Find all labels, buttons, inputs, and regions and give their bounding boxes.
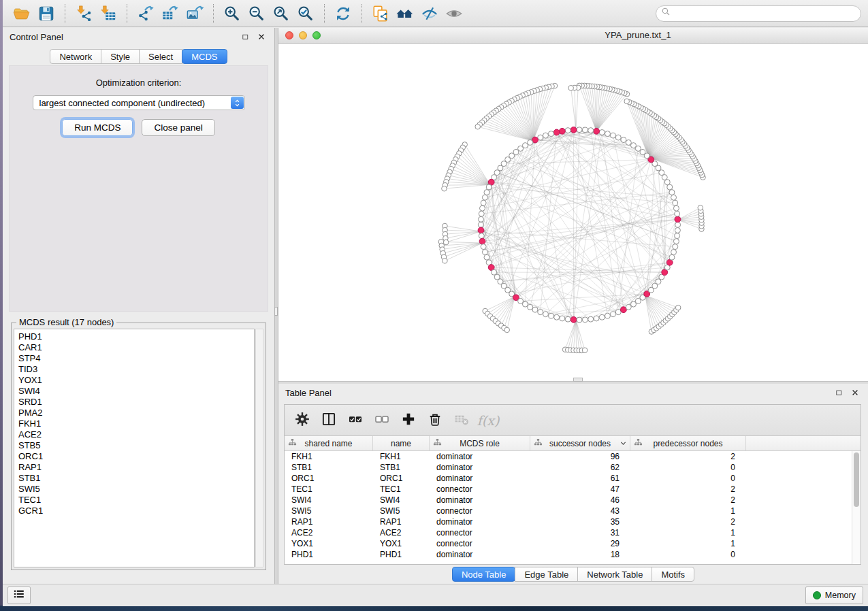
table-row[interactable]: FKH1FKH1dominator962 — [285, 451, 861, 462]
network-node[interactable] — [673, 239, 679, 244]
network-node[interactable] — [480, 205, 485, 211]
tab-motifs[interactable]: Motifs — [652, 567, 694, 582]
network-node[interactable] — [671, 195, 677, 200]
network-node[interactable] — [605, 131, 610, 137]
network-node[interactable] — [479, 216, 484, 222]
network-node[interactable] — [626, 304, 631, 310]
search-input[interactable] — [671, 7, 856, 19]
network-node[interactable] — [560, 316, 565, 321]
panel-menu-button[interactable] — [7, 587, 31, 604]
first-neighbors-button[interactable] — [393, 3, 417, 24]
mcds-node[interactable] — [675, 216, 681, 222]
network-node[interactable] — [548, 131, 553, 137]
network-leaf-node[interactable] — [675, 305, 681, 310]
network-node[interactable] — [630, 301, 636, 307]
mcds-result-item[interactable]: STB5 — [18, 440, 254, 451]
network-node[interactable] — [673, 244, 678, 250]
mcds-result-item[interactable]: ACE2 — [18, 429, 254, 440]
zoom-in-button[interactable] — [220, 3, 244, 24]
network-node[interactable] — [577, 317, 582, 323]
import-table-button[interactable] — [96, 3, 120, 24]
network-node[interactable] — [543, 133, 548, 138]
mcds-node[interactable] — [570, 127, 577, 133]
export-network-button[interactable] — [133, 3, 158, 24]
float-icon[interactable] — [833, 386, 845, 399]
network-node[interactable] — [615, 310, 621, 315]
mcds-result-item[interactable]: TID3 — [18, 364, 254, 375]
network-node[interactable] — [565, 128, 570, 133]
mcds-result-item[interactable]: TEC1 — [18, 495, 254, 506]
tab-mcds[interactable]: MCDS — [182, 49, 227, 64]
column-header-name[interactable]: name — [373, 436, 430, 450]
network-node[interactable] — [615, 135, 621, 140]
mcds-result-item[interactable]: SWI5 — [18, 484, 254, 495]
mcds-result-item[interactable]: RAP1 — [18, 462, 254, 473]
close-icon[interactable] — [255, 31, 268, 43]
network-node[interactable] — [582, 127, 588, 133]
network-node[interactable] — [673, 200, 678, 205]
tab-style[interactable]: Style — [101, 49, 140, 64]
table-row[interactable]: STB1STB1dominator620 — [285, 462, 861, 473]
show-columns-button[interactable] — [319, 411, 338, 430]
table-row[interactable]: SWI4SWI4dominator462 — [285, 495, 861, 506]
network-node[interactable] — [675, 222, 681, 227]
network-node[interactable] — [675, 233, 680, 239]
mcds-node[interactable] — [478, 227, 484, 233]
mcds-result-item[interactable]: STB1 — [18, 473, 254, 484]
network-node[interactable] — [671, 249, 677, 254]
network-node[interactable] — [482, 249, 487, 254]
window-minimize-button[interactable] — [299, 31, 307, 39]
network-leaf-node[interactable] — [582, 348, 588, 353]
refresh-button[interactable] — [331, 3, 355, 24]
network-node[interactable] — [630, 143, 636, 148]
network-node[interactable] — [605, 313, 610, 318]
table-row[interactable]: TEC1TEC1connector472 — [285, 484, 861, 495]
network-node[interactable] — [582, 317, 588, 323]
network-node[interactable] — [599, 130, 605, 135]
table-options-button[interactable] — [293, 411, 312, 430]
mcds-result-item[interactable]: SRD1 — [18, 397, 254, 408]
network-node[interactable] — [621, 137, 626, 143]
network-leaf-node[interactable] — [624, 99, 630, 104]
table-row[interactable]: ORC1ORC1dominator610 — [285, 473, 861, 484]
table-row[interactable]: YOX1YOX1connector291 — [285, 538, 861, 549]
network-window-titlebar[interactable]: YPA_prune.txt_1 — [278, 28, 868, 44]
network-node[interactable] — [599, 314, 605, 320]
network-node[interactable] — [479, 233, 484, 239]
network-node[interactable] — [538, 135, 543, 140]
network-node[interactable] — [577, 127, 582, 133]
tab-node-table[interactable]: Node Table — [452, 567, 516, 582]
mcds-result-item[interactable]: CAR1 — [18, 342, 254, 353]
search-box[interactable] — [656, 5, 861, 22]
delete-columns-button[interactable] — [425, 411, 445, 430]
network-leaf-node[interactable] — [443, 240, 449, 245]
network-node[interactable] — [481, 200, 486, 205]
mcds-result-item[interactable]: PHD1 — [18, 331, 254, 342]
add-column-button[interactable] — [399, 411, 418, 430]
network-node[interactable] — [484, 254, 489, 260]
mcds-result-item[interactable]: YOX1 — [18, 375, 254, 386]
network-node[interactable] — [543, 312, 548, 317]
memory-button[interactable]: Memory — [805, 587, 863, 604]
mcds-result-item[interactable]: PMA2 — [18, 408, 254, 418]
network-leaf-node[interactable] — [442, 186, 447, 191]
window-close-button[interactable] — [285, 31, 293, 39]
table-scrollbar[interactable] — [852, 451, 861, 564]
tab-select[interactable]: Select — [139, 49, 182, 64]
show-all-button[interactable] — [442, 3, 466, 24]
table-row[interactable]: PHD1PHD1dominator180 — [285, 549, 861, 560]
mcds-result-list[interactable]: PHD1CAR1STP4TID3YOX1SWI4SRD1PMA2FKH1ACE2… — [14, 329, 255, 567]
table-row[interactable]: RAP1RAP1dominator352 — [285, 516, 861, 527]
network-node[interactable] — [478, 222, 483, 227]
import-network-button[interactable] — [71, 3, 96, 24]
mcds-result-item[interactable]: GCR1 — [18, 506, 254, 516]
select-all-button[interactable] — [346, 411, 365, 430]
mcds-result-item[interactable]: SWI4 — [18, 386, 254, 397]
network-node[interactable] — [594, 316, 599, 321]
network-node[interactable] — [486, 184, 492, 190]
network-canvas[interactable] — [278, 44, 868, 381]
table-scrollbar-thumb[interactable] — [854, 452, 859, 507]
vertical-splitter-grip[interactable] — [274, 307, 278, 316]
network-node[interactable] — [538, 310, 543, 315]
hide-selected-button[interactable] — [417, 3, 442, 24]
